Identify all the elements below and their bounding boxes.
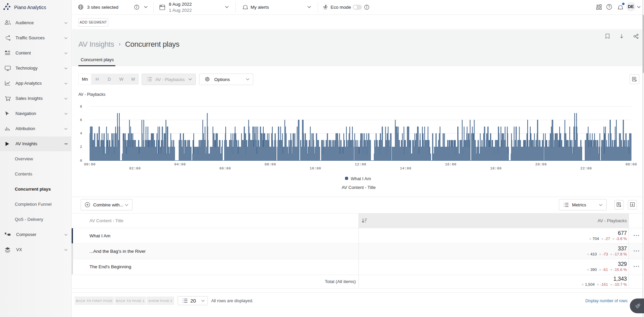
- svg-text:18:00: 18:00: [490, 166, 501, 170]
- svg-text:04:00: 04:00: [174, 162, 186, 166]
- svg-text:00:00: 00:00: [84, 162, 96, 166]
- svg-text:20:00: 20:00: [535, 162, 547, 166]
- svg-text:00:00: 00:00: [626, 162, 637, 166]
- svg-text:4: 4: [80, 131, 82, 135]
- svg-text:08:00: 08:00: [265, 162, 276, 166]
- svg-text:2: 2: [80, 145, 82, 149]
- svg-text:16:00: 16:00: [445, 162, 456, 166]
- svg-text:0: 0: [80, 159, 82, 163]
- svg-text:02:00: 02:00: [129, 166, 141, 170]
- svg-text:12:00: 12:00: [355, 162, 366, 166]
- svg-text:06:00: 06:00: [219, 166, 231, 170]
- svg-text:8: 8: [80, 105, 82, 109]
- svg-text:14:00: 14:00: [400, 166, 411, 170]
- svg-text:10:00: 10:00: [310, 166, 321, 170]
- svg-text:6: 6: [80, 118, 82, 122]
- svg-text:22:00: 22:00: [580, 166, 592, 170]
